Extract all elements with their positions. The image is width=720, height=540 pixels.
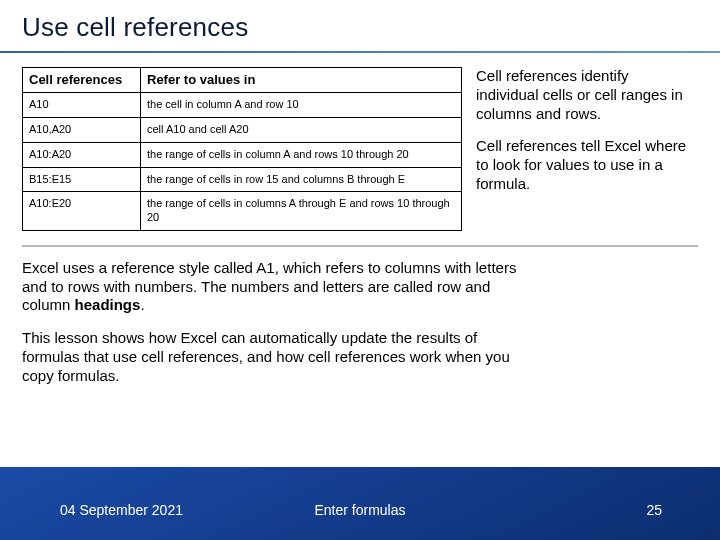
cell-references-table: Cell references Refer to values in A10th… [22,67,462,231]
slide-title: Use cell references [22,12,698,43]
table-row: A10,A20cell A10 and cell A20 [23,118,462,143]
section-divider [22,245,698,247]
side-paragraph: Cell references tell Excel where to look… [476,137,688,193]
body-paragraph: This lesson shows how Excel can automati… [22,329,522,385]
footer-center: Enter formulas [0,502,720,518]
table-row: B15:E15the range of cells in row 15 and … [23,167,462,192]
slide-footer: 04 September 2021 Enter formulas 25 [0,488,720,532]
body-text: Excel uses a reference style called A1, … [22,259,522,386]
table-row: A10:E20the range of cells in columns A t… [23,192,462,231]
table-row: A10:A20the range of cells in column A an… [23,142,462,167]
footer-page-number: 25 [646,502,662,518]
table-row: A10the cell in column A and row 10 [23,93,462,118]
table-header-row: Cell references Refer to values in [23,68,462,93]
table-header: Cell references [23,68,141,93]
side-paragraph: Cell references identify individual cell… [476,67,688,123]
title-rule [0,51,720,53]
body-paragraph: Excel uses a reference style called A1, … [22,259,522,315]
side-text: Cell references identify individual cell… [476,67,688,231]
bold-text: headings [75,296,141,313]
table-header: Refer to values in [141,68,462,93]
